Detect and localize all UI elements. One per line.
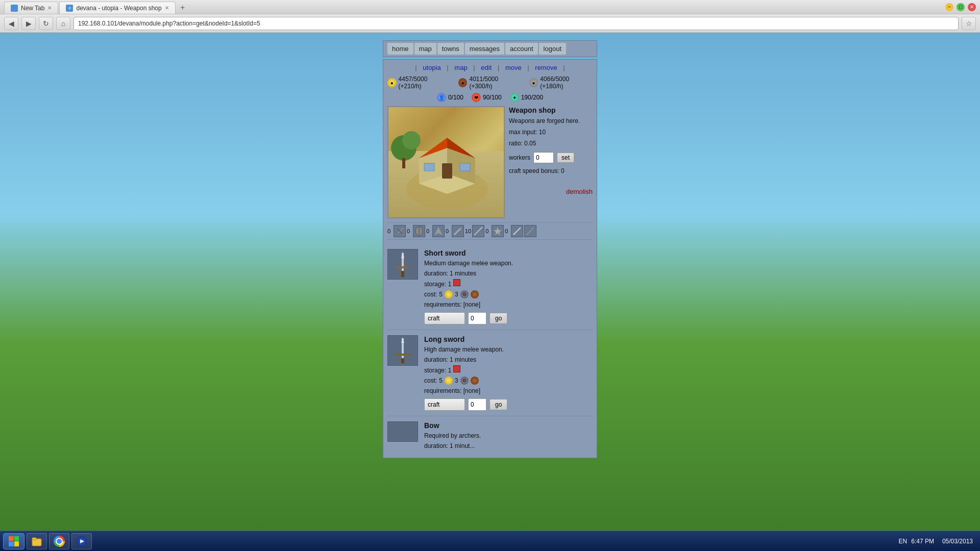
taskbar-chrome[interactable] [49, 533, 69, 549]
link-edit[interactable]: edit [481, 64, 492, 71]
short-sword-type: Medium damage melee weapon. [424, 259, 593, 268]
nav-account[interactable]: account [505, 43, 538, 55]
workers-row: workers set [509, 152, 593, 163]
equip-slot-1[interactable] [413, 225, 425, 237]
wood-value: 4011/5000 (+300/h) [469, 76, 522, 90]
svg-line-19 [474, 227, 482, 235]
mana-stat: ✦ 190/200 [510, 93, 543, 102]
long-sword-storage: storage: 1 [424, 365, 593, 375]
weapon-icon-bow [387, 421, 418, 442]
equip-slot-4[interactable] [472, 225, 484, 237]
storage-icon-1 [453, 365, 460, 372]
forward-button[interactable]: ▶ [21, 17, 36, 30]
sep2: | [447, 64, 448, 71]
hp-value: 90/100 [483, 94, 502, 101]
hp-icon: ❤ [472, 93, 481, 102]
equip-icon-0 [395, 226, 405, 236]
equip-icon-5 [493, 226, 503, 236]
reload-button[interactable]: ↻ [39, 17, 53, 30]
equip-slot-2[interactable] [432, 225, 445, 237]
link-map[interactable]: map [454, 64, 467, 71]
taskbar-clock: 6:47 PM [911, 538, 934, 545]
nav-logout[interactable]: logout [539, 43, 566, 55]
workers-input[interactable] [533, 152, 554, 163]
link-move[interactable]: move [505, 64, 522, 71]
sep5: | [527, 64, 529, 71]
bookmark-button[interactable]: ☆ [962, 17, 976, 30]
equip-slot-3[interactable] [452, 225, 464, 237]
game-nav: home map towns messages account logout [383, 40, 597, 57]
short-sword-craft-select[interactable]: craft dismantle [424, 312, 465, 324]
equip-icon-7 [525, 226, 535, 236]
browser-content: home map towns messages account logout |… [0, 33, 980, 551]
bow-name: Bow [424, 421, 593, 430]
short-sword-select-wrapper: craft dismantle [424, 312, 465, 324]
back-button[interactable]: ◀ [4, 17, 18, 30]
long-sword-craft-select[interactable]: craft dismantle [424, 398, 465, 411]
home-button[interactable]: ⌂ [56, 17, 70, 30]
short-sword-go-button[interactable]: go [489, 313, 507, 324]
chrome-icon [54, 536, 65, 547]
equip-slot-0[interactable] [394, 225, 406, 237]
short-sword-cost: cost: 5 3 ⚙ [424, 290, 593, 298]
equip-slot-6[interactable] [511, 225, 523, 237]
nav-towns[interactable]: towns [437, 43, 464, 55]
short-sword-qty-input[interactable] [468, 312, 486, 324]
weapon-details-bow: Bow Required by archers. duration: 1 min… [424, 421, 593, 452]
wood-cost-icon-1 [471, 377, 479, 385]
equip-count-3: 0 [446, 228, 451, 234]
tab-new[interactable]: New Tab ✕ [4, 2, 58, 14]
cost-gold-1: 5 [439, 377, 443, 384]
svg-rect-33 [32, 538, 36, 540]
svg-marker-31 [401, 337, 404, 343]
link-remove[interactable]: remove [535, 64, 557, 71]
mana-icon: ✦ [510, 93, 519, 102]
nav-home[interactable]: home [387, 43, 413, 55]
svg-line-23 [527, 228, 534, 235]
long-sword-go-button[interactable]: go [489, 399, 507, 410]
sep4: | [498, 64, 499, 71]
long-sword-name: Long sword [424, 335, 593, 343]
demolish-link[interactable]: demolish [509, 188, 593, 195]
tab-close-2[interactable]: ✕ [165, 5, 169, 11]
taskbar-explorer[interactable] [27, 533, 47, 549]
long-sword-craft-row: craft dismantle go [424, 398, 593, 411]
nav-map[interactable]: map [414, 43, 436, 55]
equip-icon-2 [433, 226, 444, 236]
equip-icon-6 [512, 226, 522, 236]
tab-active[interactable]: d devana - utopia - Weapon shop ✕ [59, 2, 175, 14]
equip-count-4: 10 [465, 228, 471, 234]
building-max-input: max input: 10 [509, 128, 593, 137]
building-area: Weapon shop Weapons are forged here. max… [387, 106, 593, 218]
start-button[interactable] [3, 533, 24, 549]
cost-label-0: cost: [424, 291, 437, 298]
weapon-item-short-sword: Short sword Medium damage melee weapon. … [387, 244, 593, 330]
browser-navbar: ◀ ▶ ↻ ⌂ ☆ [0, 14, 980, 33]
set-button[interactable]: set [557, 153, 574, 163]
tab-label-2: devana - utopia - Weapon shop [76, 5, 161, 12]
link-utopia[interactable]: utopia [423, 64, 440, 71]
close-button[interactable]: ✕ [968, 3, 976, 11]
wood-cost-icon-0 [471, 290, 479, 298]
long-sword-select-wrapper: craft dismantle [424, 398, 465, 411]
equip-count-0: 0 [387, 228, 393, 234]
equip-slot-7[interactable] [524, 225, 536, 237]
long-sword-qty-input[interactable] [468, 398, 486, 411]
taskbar-app3[interactable] [71, 533, 92, 549]
mana-value: 190/200 [521, 94, 543, 101]
svg-rect-6 [442, 163, 452, 179]
short-sword-duration: duration: 1 minutes [424, 269, 593, 278]
hp-stat: ❤ 90/100 [472, 93, 502, 102]
equip-slot-5[interactable] [492, 225, 504, 237]
tab-close-1[interactable]: ✕ [47, 5, 52, 11]
gold-icon: ● [387, 78, 397, 87]
nav-messages[interactable]: messages [465, 43, 504, 55]
maximize-button[interactable]: □ [957, 3, 965, 11]
population-stat: 👤 0/100 [437, 93, 463, 102]
sep1: | [415, 64, 416, 71]
address-bar[interactable] [74, 17, 959, 30]
new-tab-button[interactable]: + [177, 2, 189, 14]
minimize-button[interactable]: − [945, 3, 953, 11]
bow-duration-partial: duration: 1 minut... [424, 441, 593, 450]
gold-value: 4457/5000 (+210/h) [399, 76, 451, 90]
